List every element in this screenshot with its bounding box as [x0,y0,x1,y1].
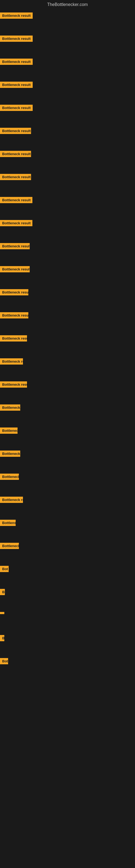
bottleneck-item-15: Bottleneck re [0,356,135,379]
bottleneck-badge-22: Bottlens [0,520,16,526]
bottleneck-badge-6: Bottleneck result [0,151,31,157]
bottleneck-badge-24: Bot [0,566,9,572]
bottleneck-item-20: Bottleneck [0,471,135,495]
bottleneck-badge-1: Bottleneck result [0,35,33,42]
bottleneck-badge-15: Bottleneck re [0,358,23,365]
bottleneck-item-13: Bottleneck result [0,310,135,333]
bottleneck-badge-16: Bottleneck result [0,381,27,388]
bottleneck-item-21: Bottleneck re [0,495,135,518]
bottleneck-item-25: B [0,587,135,610]
bottleneck-badge-7: Bottleneck result [0,174,31,180]
bottleneck-item-1: Bottleneck result [0,33,135,56]
bottleneck-item-27: B [0,633,135,656]
bottleneck-item-0: Bottleneck result [0,10,135,33]
bottleneck-badge-5: Bottleneck result [0,128,31,134]
bottleneck-item-4: Bottleneck result [0,102,135,126]
bottleneck-item-16: Bottleneck result [0,379,135,402]
bottleneck-badge-8: Bottleneck result [0,197,32,203]
bottleneck-badge-20: Bottleneck [0,474,19,480]
bottleneck-badge-13: Bottleneck result [0,312,28,318]
bottleneck-badge-11: Bottleneck result [0,266,30,272]
bottleneck-badge-0: Bottleneck result [0,12,33,19]
bottleneck-badge-17: Bottleneck r [0,404,20,411]
bottleneck-item-11: Bottleneck result [0,264,135,287]
bottleneck-badge-27: B [0,635,4,641]
bottleneck-item-17: Bottleneck r [0,402,135,425]
bottleneck-item-5: Bottleneck result [0,126,135,149]
bottleneck-badge-3: Bottleneck result [0,82,33,88]
bottleneck-item-28: Bott [0,656,135,679]
bottleneck-item-8: Bottleneck result [0,195,135,218]
bottleneck-item-9: Bottleneck result [0,218,135,241]
bottleneck-item-24: Bot [0,564,135,587]
bottleneck-badge-18: Bottlenec [0,428,17,434]
bottleneck-item-19: Bottleneck r [0,448,135,471]
bottleneck-badge-4: Bottleneck result [0,105,33,111]
bottleneck-badge-25: B [0,589,5,595]
bottleneck-badge-10: Bottleneck result [0,243,30,249]
bottleneck-badge-9: Bottleneck result [0,220,32,226]
bottleneck-item-22: Bottlens [0,518,135,540]
bottleneck-item-14: Bottleneck result [0,333,135,356]
bottleneck-badge-14: Bottleneck result [0,335,27,341]
bottleneck-badge-19: Bottleneck r [0,451,20,457]
bottleneck-badge-26 [0,612,4,614]
bottleneck-item-7: Bottleneck result [0,172,135,195]
bottleneck-item-12: Bottleneck result [0,287,135,310]
site-title: TheBottlenecker.com [0,0,135,10]
bottleneck-item-10: Bottleneck result [0,241,135,264]
bottleneck-item-26 [0,610,135,633]
bottleneck-badge-12: Bottleneck result [0,289,28,296]
bottleneck-item-6: Bottleneck result [0,149,135,172]
bottleneck-item-18: Bottlenec [0,425,135,448]
bottleneck-badge-23: Bottleneck [0,543,19,549]
bottleneck-item-23: Bottleneck [0,540,135,564]
bottleneck-badge-28: Bott [0,658,8,664]
bottleneck-item-2: Bottleneck result [0,56,135,80]
bottleneck-item-3: Bottleneck result [0,80,135,102]
bottleneck-badge-2: Bottleneck result [0,59,33,65]
bottleneck-badge-21: Bottleneck re [0,497,23,503]
